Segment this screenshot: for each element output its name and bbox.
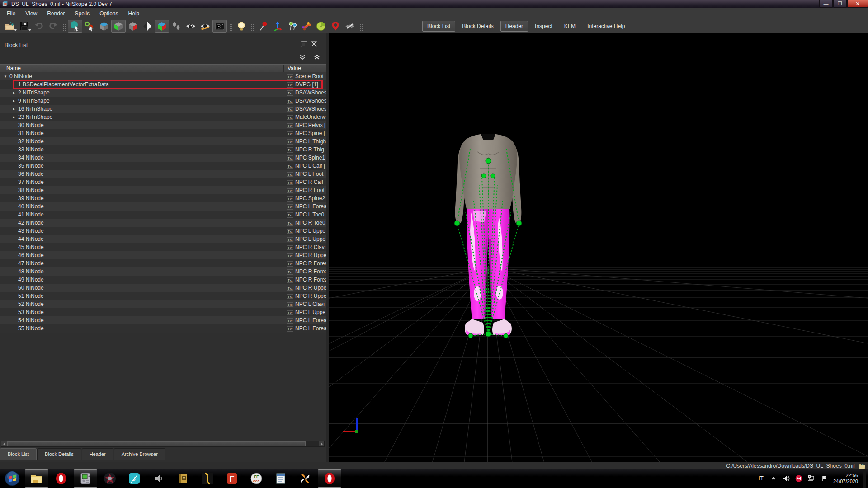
load-file-icon[interactable] (3, 20, 17, 33)
clock[interactable]: 22:56 24/07/2020 (833, 473, 858, 484)
block-name[interactable]: 36 NiNode (0, 170, 284, 178)
tree-row[interactable]: 1 BSDecalPlacementVectorExtraDataTxtDVPG… (0, 80, 326, 89)
block-value[interactable]: TxtScene Root (284, 72, 326, 80)
mega-icon[interactable] (795, 475, 802, 482)
block-value[interactable]: TxtNPC R Foot (284, 186, 326, 194)
dropdown-caret-icon[interactable] (14, 29, 17, 31)
column-header-value[interactable]: Value (284, 65, 326, 72)
tree-row[interactable]: 38 NiNodeTxtNPC R Foot (0, 186, 326, 194)
block-name[interactable]: 54 NiNode (0, 316, 284, 324)
expander-icon[interactable]: ▸ (11, 107, 17, 111)
tree-row[interactable]: 52 NiNodeTxtNPC L Clavi (0, 300, 326, 308)
block-value[interactable]: TxtDSAWShoes (284, 105, 326, 113)
show-desktop-button[interactable] (863, 469, 866, 488)
collapse-all-icon[interactable] (297, 53, 308, 62)
block-value[interactable]: TxtDSAWShoes (284, 97, 326, 105)
menu-render[interactable]: Render (42, 9, 70, 18)
block-value[interactable]: TxtNPC R Uppe (284, 284, 326, 292)
column-header-name[interactable]: Name (0, 65, 284, 72)
block-name[interactable]: ▸23 NiTriShape (0, 113, 284, 121)
textured-view-icon[interactable] (155, 20, 169, 33)
horizontal-scrollbar[interactable] (1, 441, 325, 447)
show-axes-icon[interactable] (256, 20, 270, 33)
vertex-paint-icon[interactable] (82, 20, 97, 33)
move-gizmo-icon[interactable] (270, 20, 285, 33)
tree-row[interactable]: 45 NiNodeTxtNPC R Clavi (0, 243, 326, 251)
block-name[interactable]: 42 NiNode (0, 219, 284, 227)
maximize-button[interactable]: ❒ (833, 0, 847, 8)
block-value[interactable]: TxtDSAWShoes (284, 89, 326, 97)
expander-icon[interactable]: ▸ (11, 115, 17, 119)
game-shortcut-taskbar-icon[interactable] (98, 469, 122, 488)
block-value[interactable]: TxtNPC L Uppe (284, 227, 326, 235)
tree-header[interactable]: Name Value (0, 64, 326, 72)
walk-mode-icon[interactable] (169, 20, 184, 33)
block-value[interactable]: TxtNPC R Calf (284, 178, 326, 186)
dock-close-icon[interactable] (311, 41, 317, 47)
block-value[interactable]: TxtDVPG [1] (284, 80, 326, 89)
menu-help[interactable]: Help (123, 9, 145, 18)
tree-row[interactable]: 46 NiNodeTxtNPC R Uppe (0, 251, 326, 259)
toolbar-button-block-details[interactable]: Block Details (457, 21, 498, 32)
block-name[interactable]: 40 NiNode (0, 202, 284, 211)
tree-row[interactable]: 47 NiNodeTxtNPC R Forea (0, 259, 326, 267)
menu-file[interactable]: File (2, 9, 20, 18)
block-value[interactable]: TxtNPC R Clavi (284, 243, 326, 251)
block-name[interactable]: 48 NiNode (0, 267, 284, 276)
toolbar-button-block-list[interactable]: Block List (422, 21, 455, 32)
windows-explorer-taskbar-icon[interactable] (25, 469, 48, 488)
scroll-right-icon[interactable] (319, 441, 324, 446)
tree-row[interactable]: 44 NiNodeTxtNPC L Uppe (0, 235, 326, 243)
journal-app-taskbar-icon[interactable] (171, 469, 195, 488)
toolbar-button-interactive-help[interactable]: Interactive Help (582, 21, 630, 32)
furniture-marker-icon[interactable] (328, 20, 343, 33)
block-name[interactable]: 38 NiNode (0, 186, 284, 194)
view-side-icon[interactable] (126, 20, 140, 33)
graphics-app-taskbar-icon[interactable] (196, 469, 219, 488)
tree-row[interactable]: 41 NiNodeTxtNPC L Toe0 (0, 211, 326, 219)
block-value[interactable]: TxtNPC L Foot (284, 170, 326, 178)
open-folder-icon[interactable] (859, 463, 865, 469)
show-markers-icon[interactable] (285, 20, 299, 33)
block-value[interactable]: TxtNPC Pelvis [ (284, 121, 326, 129)
tree-row[interactable]: 53 NiNodeTxtNPC L Uppe (0, 308, 326, 316)
opera-window-taskbar-icon[interactable] (318, 469, 341, 488)
expander-icon[interactable]: ▸ (11, 90, 17, 95)
tree-row[interactable]: 43 NiNodeTxtNPC L Uppe (0, 227, 326, 235)
menu-spells[interactable]: Spells (70, 9, 95, 18)
block-name[interactable]: ▸16 NiTriShape (0, 105, 284, 113)
block-name[interactable]: 35 NiNode (0, 162, 284, 170)
tree-row[interactable]: ▸2 NiTriShapeTxtDSAWShoes (0, 89, 326, 97)
action-center-flag-icon[interactable] (821, 475, 828, 482)
tree-row[interactable]: 42 NiNodeTxtNPC R Toe0 (0, 219, 326, 227)
block-value[interactable]: TxtNPC L Calf [ (284, 162, 326, 170)
block-value[interactable]: TxtNPC R Forea (284, 267, 326, 276)
f-application-taskbar-icon[interactable]: F (220, 469, 244, 488)
tree-row[interactable]: 31 NiNodeTxtNPC Spine [ (0, 129, 326, 137)
block-name[interactable]: 52 NiNode (0, 300, 284, 308)
block-value[interactable]: TxtNPC Spine1 (284, 154, 326, 162)
start-button[interactable] (0, 469, 24, 488)
block-name[interactable]: 43 NiNode (0, 227, 284, 235)
draw-radius-icon[interactable] (314, 20, 328, 33)
block-name[interactable]: 32 NiNode (0, 137, 284, 145)
text-editor-taskbar-icon[interactable] (269, 469, 292, 488)
block-name[interactable]: 37 NiNode (0, 178, 284, 186)
tree-row[interactable]: ▸16 NiTriShapeTxtDSAWShoes (0, 105, 326, 113)
select-object-icon[interactable] (68, 20, 82, 33)
block-value[interactable]: TxtNPC R Thig (284, 145, 326, 154)
tree-row[interactable]: 48 NiNodeTxtNPC R Forea (0, 267, 326, 276)
tree-row[interactable]: 51 NiNodeTxtNPC R Uppe (0, 292, 326, 300)
tree-row[interactable]: ▸23 NiTriShapeTxtMaleUnderw (0, 113, 326, 121)
scrollbar-thumb[interactable] (7, 441, 306, 446)
block-name[interactable]: 45 NiNode (0, 243, 284, 251)
volume-icon[interactable] (783, 475, 790, 482)
render-viewport[interactable] (329, 33, 868, 462)
block-value[interactable]: TxtNPC L Forea (284, 324, 326, 333)
show-hidden-icon[interactable] (184, 20, 198, 33)
redo-icon[interactable] (46, 20, 61, 33)
tree-row[interactable]: 36 NiNodeTxtNPC L Foot (0, 170, 326, 178)
undo-icon[interactable] (32, 20, 46, 33)
block-name[interactable]: ▾0 NiNode (0, 72, 284, 80)
lighting-icon[interactable] (234, 20, 249, 33)
